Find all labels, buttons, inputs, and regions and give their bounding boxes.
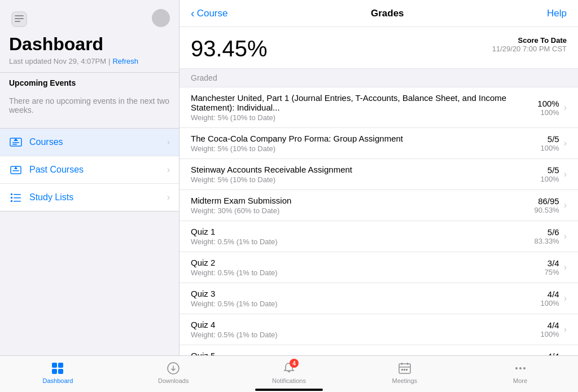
grade-item-weight: Weight: 30% (60% to Date) xyxy=(191,206,528,215)
svg-rect-6 xyxy=(12,144,17,145)
grade-percent-small: 100% xyxy=(540,330,559,338)
back-button[interactable]: ‹ Course xyxy=(191,7,227,20)
grade-item-name: Midterm Exam Submission xyxy=(191,196,528,205)
sidebar-item-study-lists[interactable]: Study Lists › xyxy=(0,184,179,211)
grade-item-left: Manchester United, Part 1 (Journal Entri… xyxy=(191,93,531,122)
overall-grade-percent: 93.45% xyxy=(191,36,268,61)
svg-point-29 xyxy=(523,367,526,369)
svg-rect-12 xyxy=(14,197,21,199)
grade-item-left: Quiz 5 Weight: 0.5% (1% to Date) xyxy=(191,351,533,355)
grade-percent-small: 100% xyxy=(540,175,559,183)
grade-item-weight: Weight: 0.5% (1% to Date) xyxy=(191,331,533,339)
svg-rect-13 xyxy=(11,200,12,202)
more-tab-icon xyxy=(513,361,528,376)
grade-item[interactable]: Steinway Accounts Receivable Assignment … xyxy=(179,159,578,190)
svg-rect-15 xyxy=(52,363,57,368)
grade-item-left: The Coca-Cola Company Pro Forma: Group A… xyxy=(191,134,533,153)
grade-item-chevron: › xyxy=(564,103,567,113)
help-button[interactable]: Help xyxy=(547,8,567,19)
svg-rect-18 xyxy=(58,369,63,374)
grade-item[interactable]: Quiz 4 Weight: 0.5% (1% to Date) 4/4 100… xyxy=(179,314,578,345)
app-icon xyxy=(9,9,29,29)
grade-item-weight: Weight: 0.5% (1% to Date) xyxy=(191,299,533,308)
grade-item-name: The Coca-Cola Company Pro Forma: Group A… xyxy=(191,134,533,143)
dashboard-tab-icon xyxy=(50,361,65,376)
svg-rect-22 xyxy=(407,363,408,365)
grade-item-name: Quiz 3 xyxy=(191,289,533,298)
sidebar-item-courses[interactable]: Courses › xyxy=(0,129,179,156)
grade-item-right: 86/95 90.53% › xyxy=(535,196,567,214)
svg-rect-9 xyxy=(11,193,12,195)
grade-score-block: 5/5 100% xyxy=(540,134,559,152)
grade-item[interactable]: Quiz 2 Weight: 0.5% (1% to Date) 3/4 75%… xyxy=(179,252,578,283)
grade-item-weight: Weight: 5% (10% to Date) xyxy=(191,175,533,184)
grade-item[interactable]: Quiz 1 Weight: 0.5% (1% to Date) 5/6 83.… xyxy=(179,221,578,252)
grade-item-left: Quiz 2 Weight: 0.5% (1% to Date) xyxy=(191,258,538,277)
grade-percent-small: 75% xyxy=(545,268,559,276)
dashboard-tab-label: Dashboard xyxy=(42,377,73,384)
meetings-tab-icon xyxy=(397,361,412,376)
svg-rect-5 xyxy=(12,142,19,143)
grade-item-name: Quiz 5 xyxy=(191,351,533,355)
grade-percent-small: 100% xyxy=(540,144,559,152)
svg-rect-17 xyxy=(52,369,57,374)
tab-meetings[interactable]: Meetings xyxy=(347,358,462,387)
home-indicator xyxy=(0,389,578,392)
downloads-tab-icon xyxy=(166,361,181,376)
grade-item-weight: Weight: 0.5% (1% to Date) xyxy=(191,237,528,246)
grade-item-right: 4/4 100% › xyxy=(540,320,567,338)
tab-dashboard[interactable]: Dashboard xyxy=(0,358,116,387)
svg-point-27 xyxy=(515,367,518,369)
home-indicator-bar xyxy=(255,389,323,391)
svg-rect-3 xyxy=(15,21,20,22)
score-date-block: Score To Date 11/29/20 7:00 PM CST xyxy=(492,36,567,53)
tab-downloads[interactable]: Downloads xyxy=(116,358,231,387)
refresh-button[interactable]: Refresh xyxy=(112,57,138,65)
grade-score-block: 86/95 90.53% xyxy=(535,196,559,214)
study-lists-chevron: › xyxy=(167,192,170,202)
grade-score: 100% xyxy=(537,99,559,108)
svg-rect-2 xyxy=(15,18,24,19)
tab-notifications[interactable]: 4 Notifications xyxy=(231,358,347,387)
notifications-tab-label: Notifications xyxy=(272,377,306,384)
grade-item[interactable]: Midterm Exam Submission Weight: 30% (60%… xyxy=(179,190,578,221)
tab-more[interactable]: More xyxy=(462,358,578,387)
grade-item-left: Quiz 3 Weight: 0.5% (1% to Date) xyxy=(191,289,533,308)
grade-score: 5/6 xyxy=(535,227,559,237)
nav-list: Courses › Past Courses › xyxy=(0,128,179,212)
sidebar-item-past-courses[interactable]: Past Courses › xyxy=(0,156,179,184)
grade-item-left: Midterm Exam Submission Weight: 30% (60%… xyxy=(191,196,528,215)
grade-item-name: Manchester United, Part 1 (Journal Entri… xyxy=(191,93,531,112)
grade-score: 5/5 xyxy=(540,165,559,175)
grade-score-block: 4/4 100% xyxy=(540,351,559,355)
graded-section-header: Graded xyxy=(179,69,578,87)
tab-bar: Dashboard Downloads 4 Notifications xyxy=(0,355,578,389)
grade-item[interactable]: Quiz 5 Weight: 0.5% (1% to Date) 4/4 100… xyxy=(179,345,578,355)
grade-item[interactable]: Manchester United, Part 1 (Journal Entri… xyxy=(179,87,578,128)
grade-item-chevron: › xyxy=(564,169,567,179)
grade-score: 4/4 xyxy=(540,351,559,355)
grade-item-chevron: › xyxy=(564,200,567,210)
main-content: ‹ Course Grades Help 93.45% Score To Dat… xyxy=(179,0,578,355)
grade-item-chevron: › xyxy=(564,231,567,241)
grade-item-right: 4/4 100% › xyxy=(540,351,567,355)
grade-item-name: Quiz 1 xyxy=(191,227,528,236)
svg-rect-16 xyxy=(58,363,63,368)
user-avatar[interactable] xyxy=(152,9,170,27)
past-courses-chevron: › xyxy=(167,165,170,175)
past-courses-icon xyxy=(9,163,23,177)
grade-item[interactable]: Quiz 3 Weight: 0.5% (1% to Date) 4/4 100… xyxy=(179,283,578,314)
grade-percent-small: 90.53% xyxy=(535,206,559,214)
score-to-date-label: Score To Date xyxy=(492,36,567,45)
dashboard-title: Dashboard xyxy=(0,32,179,56)
grade-item-chevron: › xyxy=(564,324,567,334)
grade-score-block: 4/4 100% xyxy=(540,289,559,307)
grade-item[interactable]: The Coca-Cola Company Pro Forma: Group A… xyxy=(179,128,578,159)
svg-rect-10 xyxy=(14,194,21,195)
meetings-tab-label: Meetings xyxy=(392,377,417,384)
grade-score: 4/4 xyxy=(540,320,559,330)
past-courses-label: Past Courses xyxy=(29,165,167,175)
back-label: Course xyxy=(197,8,228,19)
notifications-badge: 4 xyxy=(290,359,299,368)
svg-rect-14 xyxy=(14,201,21,202)
